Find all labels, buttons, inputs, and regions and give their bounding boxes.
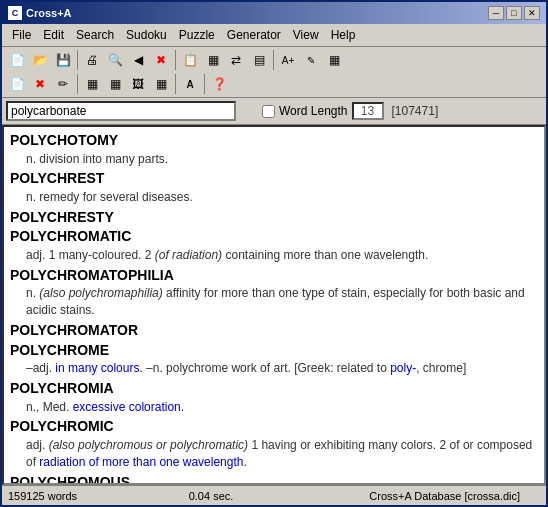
word-length-label: Word Length xyxy=(279,104,348,118)
font-inc-button[interactable]: A+ xyxy=(277,49,299,71)
toolbar-row1: 📄 📂 💾 🖨 🔍 ◀ ✖ 📋 ▦ ⇄ ▤ A+ ✎ ▦ xyxy=(6,49,542,71)
entry-def-polychrome: –adj. in many colours. –n. polychrome wo… xyxy=(26,360,538,377)
menu-search[interactable]: Search xyxy=(70,26,120,44)
entry-word-polychromatophilia: POLYCHROMATOPHILIA xyxy=(10,266,538,286)
grid2-button[interactable]: ▦ xyxy=(81,73,103,95)
toolbar-sep2 xyxy=(175,50,176,70)
toolbar-sep6 xyxy=(204,74,205,94)
entry-def-polychromic: adj. (also polychromous or polychromatic… xyxy=(26,437,538,471)
preview-button[interactable]: 🔍 xyxy=(104,49,126,71)
toolbar: 📄 📂 💾 🖨 🔍 ◀ ✖ 📋 ▦ ⇄ ▤ A+ ✎ ▦ 📄 ✖ ✏ ▦ ▦ xyxy=(2,47,546,98)
grid-btn[interactable]: ▦ xyxy=(323,49,345,71)
entry-word-polychromous: POLYCHROMOUS xyxy=(10,473,538,485)
entry-def-polychrest: n. remedy for several diseases. xyxy=(26,189,538,206)
toolbar-sep1 xyxy=(77,50,78,70)
word-count: [107471] xyxy=(392,104,439,118)
text-button[interactable]: A xyxy=(179,73,201,95)
copy-button[interactable]: 📋 xyxy=(179,49,201,71)
window-title: Cross+A xyxy=(26,7,72,19)
menu-generator[interactable]: Generator xyxy=(221,26,287,44)
entry-word-polychotomy: POLYCHOTOMY xyxy=(10,131,538,151)
entry-word-polychromia: POLYCHROMIA xyxy=(10,379,538,399)
content-area: POLYCHOTOMY n. division into many parts.… xyxy=(2,125,546,485)
entry-word-polychrest: POLYCHREST xyxy=(10,169,538,189)
search-bar: Word Length 13 [107471] xyxy=(2,98,546,125)
menu-sudoku[interactable]: Sudoku xyxy=(120,26,173,44)
toolbar-sep5 xyxy=(175,74,176,94)
grid3-button[interactable]: ▦ xyxy=(104,73,126,95)
entry-def-polychotomy: n. division into many parts. xyxy=(26,151,538,168)
toolbar-sep3 xyxy=(273,50,274,70)
status-words: 159125 words xyxy=(8,490,179,502)
entry-def-polychromia: n., Med. excessive coloration. xyxy=(26,399,538,416)
grid4-button[interactable]: ▦ xyxy=(150,73,172,95)
delete-button[interactable]: ✖ xyxy=(29,73,51,95)
new2-button[interactable]: 📄 xyxy=(6,73,28,95)
entry-word-polychromator: POLYCHROMATOR xyxy=(10,321,538,341)
minimize-button[interactable]: ─ xyxy=(488,6,504,20)
table-button[interactable]: ▦ xyxy=(202,49,224,71)
menu-help[interactable]: Help xyxy=(325,26,362,44)
new-button[interactable]: 📄 xyxy=(6,49,28,71)
toolbar-row2: 📄 ✖ ✏ ▦ ▦ 🖼 ▦ A ❓ xyxy=(6,73,542,95)
main-window: C Cross+A ─ □ ✕ File Edit Search Sudoku … xyxy=(0,0,548,507)
print-button[interactable]: 🖨 xyxy=(81,49,103,71)
word-length-section: Word Length 13 [107471] xyxy=(262,102,438,120)
entry-def-polychromatophilia: n. (also polychromaphilia) affinity for … xyxy=(26,285,538,319)
entry-word-polychrome: POLYCHROME xyxy=(10,341,538,361)
shuffle-button[interactable]: ⇄ xyxy=(225,49,247,71)
entry-def-polychromatic: adj. 1 many-coloured. 2 (of radiation) c… xyxy=(26,247,538,264)
dictionary-content[interactable]: POLYCHOTOMY n. division into many parts.… xyxy=(2,125,546,485)
save-button[interactable]: 💾 xyxy=(52,49,74,71)
title-bar: C Cross+A ─ □ ✕ xyxy=(2,2,546,24)
toolbar-sep4 xyxy=(77,74,78,94)
menubar: File Edit Search Sudoku Puzzle Generator… xyxy=(2,24,546,47)
entry-word-polychromic: POLYCHROMIC xyxy=(10,417,538,437)
title-controls: ─ □ ✕ xyxy=(488,6,540,20)
menu-view[interactable]: View xyxy=(287,26,325,44)
menu-edit[interactable]: Edit xyxy=(37,26,70,44)
app-icon: C xyxy=(8,6,22,20)
word-length-value: 13 xyxy=(352,102,384,120)
statusbar: 159125 words 0.04 sec. Cross+A Database … xyxy=(2,485,546,505)
status-database: Cross+A Database [crossa.dic] xyxy=(369,490,540,502)
font-btn2[interactable]: ✎ xyxy=(300,49,322,71)
open-button[interactable]: 📂 xyxy=(29,49,51,71)
search-input[interactable] xyxy=(6,101,236,121)
stop-button[interactable]: ✖ xyxy=(150,49,172,71)
close-button[interactable]: ✕ xyxy=(524,6,540,20)
status-time: 0.04 sec. xyxy=(189,490,360,502)
title-bar-left: C Cross+A xyxy=(8,6,72,20)
help-button[interactable]: ❓ xyxy=(208,73,230,95)
menu-file[interactable]: File xyxy=(6,26,37,44)
maximize-button[interactable]: □ xyxy=(506,6,522,20)
image-button[interactable]: 🖼 xyxy=(127,73,149,95)
back-button[interactable]: ◀ xyxy=(127,49,149,71)
entry-word-polychromatic: POLYCHROMATIC xyxy=(10,227,538,247)
word-length-checkbox[interactable] xyxy=(262,105,275,118)
edit-button[interactable]: ✏ xyxy=(52,73,74,95)
entry-word-polychresty: POLYCHRESTY xyxy=(10,208,538,228)
chart-button[interactable]: ▤ xyxy=(248,49,270,71)
menu-puzzle[interactable]: Puzzle xyxy=(173,26,221,44)
